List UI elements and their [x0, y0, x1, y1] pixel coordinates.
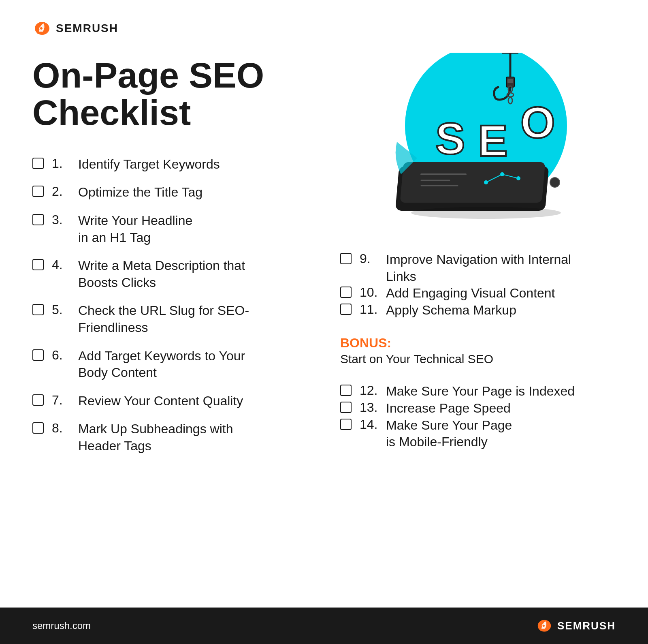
- right-column: S E O: [316, 53, 616, 591]
- left-checklist-item: 4. Write a Meta Description thatBoosts C…: [32, 257, 316, 291]
- item-text-1: Identify Target Keywords: [78, 156, 220, 173]
- checkbox-2[interactable]: [32, 186, 44, 197]
- page-title: On-Page SEO Checklist: [32, 57, 316, 132]
- item-text-6: Add Target Keywords to YourBody Content: [78, 348, 245, 381]
- item-number-2: 2.: [52, 184, 70, 199]
- footer-logo-icon: [535, 618, 553, 633]
- semrush-logo-icon: [32, 20, 52, 36]
- item-text-r11: Apply Schema Markup: [386, 302, 516, 319]
- item-number-r10: 10.: [360, 285, 378, 300]
- checkbox-r14[interactable]: [340, 419, 352, 430]
- checkbox-5[interactable]: [32, 304, 44, 315]
- checkbox-6[interactable]: [32, 349, 44, 361]
- item-text-r13: Increase Page Speed: [386, 400, 511, 417]
- svg-text:E: E: [478, 116, 507, 165]
- item-number-5: 5.: [52, 302, 70, 317]
- illustration-area: S E O: [340, 53, 616, 227]
- checkbox-7[interactable]: [32, 394, 44, 406]
- checkbox-8[interactable]: [32, 422, 44, 434]
- item-number-r9: 9.: [360, 251, 378, 266]
- checkbox-r9[interactable]: [340, 253, 352, 264]
- footer-logo: SEMRUSH: [535, 618, 616, 633]
- left-checklist-item: 5. Check the URL Slug for SEO-Friendline…: [32, 302, 316, 336]
- item-text-3: Write Your Headlinein an H1 Tag: [78, 212, 192, 246]
- right-checklist: 9. Improve Navigation with InternalLinks…: [340, 251, 616, 451]
- svg-rect-7: [507, 79, 513, 83]
- seo-illustration: S E O: [377, 53, 579, 227]
- item-number-3: 3.: [52, 212, 70, 227]
- item-text-2: Optimize the Title Tag: [78, 184, 202, 201]
- item-number-r14: 14.: [360, 417, 378, 432]
- item-text-r9: Improve Navigation with InternalLinks: [386, 251, 571, 285]
- item-number-r11: 11.: [360, 302, 378, 317]
- item-number-7: 7.: [52, 393, 70, 408]
- left-checklist-item: 8. Mark Up Subheadings withHeader Tags: [32, 421, 316, 454]
- svg-point-25: [411, 207, 561, 219]
- page-body: On-Page SEO Checklist 1. Identify Target…: [32, 53, 616, 591]
- item-text-5: Check the URL Slug for SEO-Friendliness: [78, 302, 249, 336]
- checkbox-1[interactable]: [32, 158, 44, 169]
- item-text-4: Write a Meta Description thatBoosts Clic…: [78, 257, 245, 291]
- footer-url: semrush.com: [32, 620, 91, 631]
- checkbox-r10[interactable]: [340, 287, 352, 298]
- footer: semrush.com SEMRUSH: [0, 608, 648, 644]
- svg-point-28: [542, 625, 544, 627]
- svg-text:O: O: [520, 97, 555, 147]
- item-text-r12: Make Sure Your Page is Indexed: [386, 383, 575, 400]
- svg-point-24: [550, 178, 560, 187]
- header-logo-text: SEMRUSH: [56, 22, 118, 35]
- svg-rect-15: [400, 162, 546, 203]
- footer-logo-text: SEMRUSH: [557, 620, 616, 632]
- item-number-8: 8.: [52, 421, 70, 436]
- bonus-section: BONUS: Start on Your Technical SEO: [340, 332, 616, 370]
- right-checklist-item-bottom: 13. Increase Page Speed: [340, 400, 616, 417]
- left-checklist-item: 6. Add Target Keywords to YourBody Conte…: [32, 348, 316, 381]
- checkbox-r13[interactable]: [340, 402, 352, 413]
- checkbox-4[interactable]: [32, 259, 44, 270]
- item-number-1: 1.: [52, 156, 70, 171]
- header-logo: SEMRUSH: [32, 20, 616, 36]
- item-text-7: Review Your Content Quality: [78, 393, 243, 410]
- checkbox-3[interactable]: [32, 214, 44, 225]
- left-checklist-item: 2. Optimize the Title Tag: [32, 184, 316, 201]
- left-checklist: 1. Identify Target Keywords 2. Optimize …: [32, 156, 316, 455]
- item-text-8: Mark Up Subheadings withHeader Tags: [78, 421, 233, 454]
- right-checklist-item-bottom: 14. Make Sure Your Pageis Mobile-Friendl…: [340, 417, 616, 451]
- item-number-r12: 12.: [360, 383, 378, 398]
- right-checklist-item-bottom: 12. Make Sure Your Page is Indexed: [340, 383, 616, 400]
- item-text-r10: Add Engaging Visual Content: [386, 285, 555, 302]
- checkbox-r12[interactable]: [340, 385, 352, 396]
- left-checklist-item: 7. Review Your Content Quality: [32, 393, 316, 410]
- left-column: On-Page SEO Checklist 1. Identify Target…: [32, 53, 316, 591]
- right-checklist-item-top: 11. Apply Schema Markup: [340, 302, 616, 319]
- right-checklist-item-top: 10. Add Engaging Visual Content: [340, 285, 616, 302]
- right-checklist-item-top: 9. Improve Navigation with InternalLinks: [340, 251, 616, 285]
- svg-point-2: [40, 27, 43, 30]
- main-content: SEMRUSH On-Page SEO Checklist 1. Identif…: [0, 0, 648, 608]
- bonus-subtitle: Start on Your Technical SEO: [340, 352, 616, 366]
- svg-text:S: S: [435, 113, 465, 163]
- left-checklist-item: 1. Identify Target Keywords: [32, 156, 316, 173]
- item-number-6: 6.: [52, 348, 70, 363]
- checkbox-r11[interactable]: [340, 304, 352, 315]
- item-number-4: 4.: [52, 257, 70, 272]
- left-checklist-item: 3. Write Your Headlinein an H1 Tag: [32, 212, 316, 246]
- bonus-label: BONUS:: [340, 336, 616, 351]
- item-number-r13: 13.: [360, 400, 378, 415]
- item-text-r14: Make Sure Your Pageis Mobile-Friendly: [386, 417, 512, 451]
